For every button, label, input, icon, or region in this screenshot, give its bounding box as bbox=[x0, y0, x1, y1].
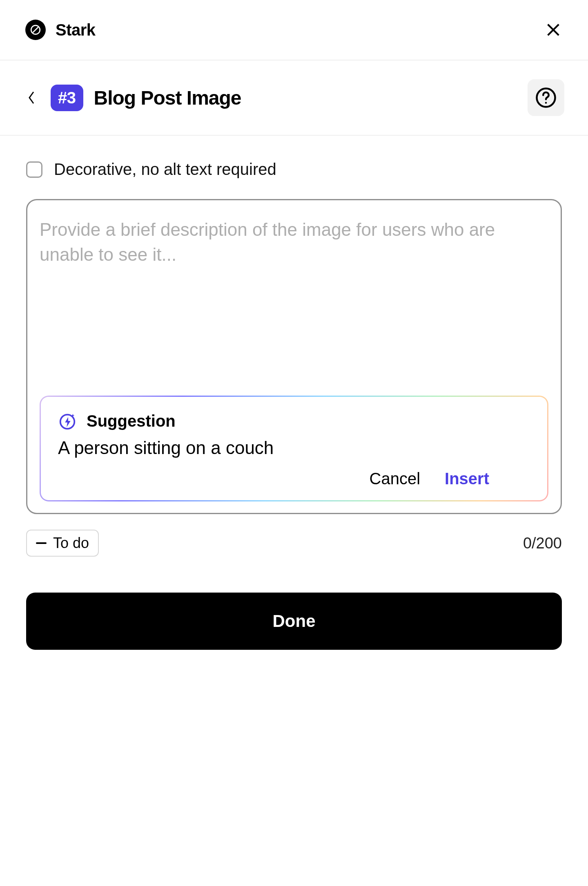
status-label: To do bbox=[53, 535, 89, 552]
char-counter: 0/200 bbox=[523, 535, 562, 552]
suggestion-card: Suggestion A person sitting on a couch C… bbox=[40, 396, 548, 501]
minus-icon bbox=[36, 542, 47, 544]
brand-name: Stark bbox=[56, 21, 96, 39]
status-dropdown[interactable]: To do bbox=[26, 530, 99, 557]
suggestion-cancel-button[interactable]: Cancel bbox=[370, 470, 421, 488]
decorative-checkbox-label: Decorative, no alt text required bbox=[54, 160, 276, 179]
decorative-checkbox[interactable] bbox=[26, 161, 42, 178]
content-area: Decorative, no alt text required Suggest… bbox=[0, 136, 588, 674]
done-button[interactable]: Done bbox=[26, 593, 562, 650]
suggestion-text: A person sitting on a couch bbox=[58, 438, 530, 458]
svg-line-1 bbox=[33, 27, 38, 33]
app-header: Stark bbox=[0, 0, 588, 60]
question-circle-icon bbox=[535, 87, 557, 109]
item-number-badge: #3 bbox=[51, 85, 83, 111]
suggestion-title: Suggestion bbox=[87, 412, 176, 430]
meta-row: To do 0/200 bbox=[26, 530, 562, 557]
help-button[interactable] bbox=[528, 79, 564, 116]
back-button[interactable] bbox=[24, 89, 40, 106]
brand: Stark bbox=[25, 20, 96, 40]
alt-text-input[interactable] bbox=[40, 217, 548, 385]
close-button[interactable] bbox=[544, 20, 563, 39]
suggestion-inner: Suggestion A person sitting on a couch C… bbox=[41, 397, 547, 500]
alt-text-field-wrap: Suggestion A person sitting on a couch C… bbox=[26, 199, 562, 514]
page-header-left: #3 Blog Post Image bbox=[24, 85, 241, 111]
page-header: #3 Blog Post Image bbox=[0, 60, 588, 136]
suggestion-insert-button[interactable]: Insert bbox=[445, 470, 489, 488]
chevron-left-icon bbox=[26, 89, 38, 106]
close-icon bbox=[545, 22, 561, 38]
stark-logo-icon bbox=[25, 20, 46, 40]
suggestion-actions: Cancel Insert bbox=[58, 470, 530, 488]
lightning-sparkle-icon bbox=[58, 412, 77, 430]
page-title: Blog Post Image bbox=[94, 87, 241, 109]
decorative-checkbox-row: Decorative, no alt text required bbox=[26, 160, 562, 179]
suggestion-header: Suggestion bbox=[58, 412, 530, 430]
svg-point-5 bbox=[545, 102, 547, 104]
